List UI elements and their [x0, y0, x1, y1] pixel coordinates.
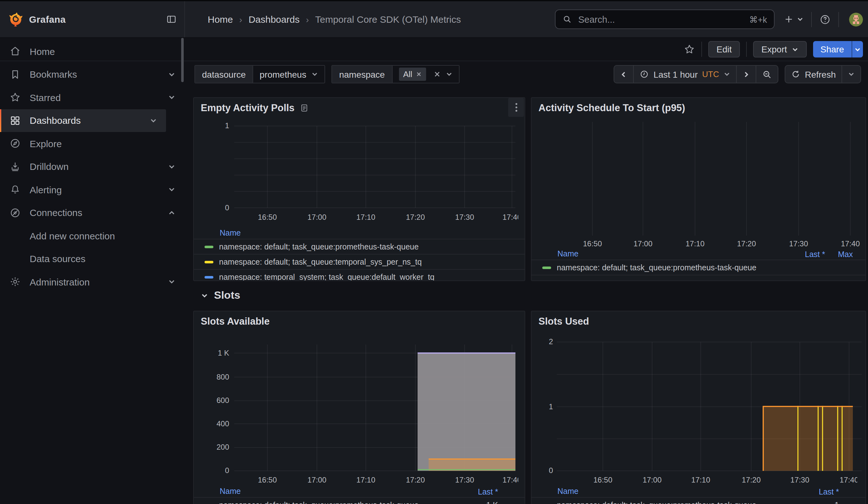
chevron-down-icon[interactable]	[168, 186, 175, 194]
legend-header-last[interactable]: Last *	[805, 250, 825, 259]
panel-menu-button[interactable]	[508, 98, 524, 117]
legend-row[interactable]: namespace: default; task_queue:temporal_…	[194, 255, 525, 270]
remove-chip-icon[interactable]	[416, 71, 422, 77]
namespace-chip-all[interactable]: All	[399, 68, 426, 81]
sidebar-item-label: Drilldown	[30, 161, 69, 172]
sidebar-item-dashboards[interactable]: Dashboards	[0, 109, 166, 132]
help-button[interactable]	[819, 13, 831, 25]
sidebar-item-label: Alerting	[30, 184, 62, 195]
x-axis-tick-label: 17:00	[631, 475, 674, 484]
sidebar-item-home[interactable]: Home	[0, 40, 184, 63]
panel-title[interactable]: Empty Activity Polls	[201, 102, 294, 114]
divider	[746, 42, 747, 57]
sidebar-item-administration[interactable]: Administration	[0, 270, 184, 294]
legend-header-max[interactable]: Max	[838, 250, 853, 259]
time-range-picker[interactable]: Last 1 hour UTC	[633, 66, 736, 83]
legend-row[interactable]: namespace: default; task_queue:prometheu…	[194, 498, 525, 504]
chevron-down-icon[interactable]	[168, 278, 175, 286]
sidebar-item-add-new-connection[interactable]: Add new connection	[0, 224, 184, 247]
refresh-label: Refresh	[805, 69, 836, 79]
series-label[interactable]: namespace: default; task_queue:prometheu…	[557, 501, 756, 504]
share-button[interactable]: Share	[813, 41, 851, 58]
chevron-down-icon[interactable]	[168, 163, 175, 171]
legend-header-name[interactable]: Name	[220, 228, 241, 237]
refresh-interval-button[interactable]	[841, 66, 860, 83]
panel-title[interactable]: Activity Schedule To Start (p95)	[538, 102, 685, 114]
bell-icon	[9, 184, 21, 195]
chevron-down-icon	[854, 46, 861, 53]
share-menu-button[interactable]	[851, 41, 863, 58]
series-label[interactable]: namespace: temporal_system; task_queue:d…	[219, 272, 434, 281]
x-axis-tick-label: 17:20	[394, 475, 437, 484]
search-box[interactable]: ⌘+k	[555, 10, 775, 29]
refresh-button[interactable]: Refresh	[785, 66, 841, 83]
legend-header-last[interactable]: Last *	[819, 487, 839, 496]
x-axis-tick-label: 17:10	[344, 213, 387, 222]
chevron-down-icon[interactable]	[168, 71, 175, 78]
search-input[interactable]	[577, 13, 744, 25]
help-icon	[819, 13, 831, 25]
add-button[interactable]	[783, 14, 804, 25]
legend-row[interactable]: namespace: default; task_queue:prometheu…	[531, 260, 866, 275]
chevron-left-icon	[620, 70, 628, 78]
search-icon	[562, 14, 572, 24]
series-label[interactable]: namespace: default; task_queue:prometheu…	[219, 501, 418, 504]
sidebar-item-connections[interactable]: Connections	[0, 201, 184, 224]
panel-title[interactable]: Slots Used	[538, 316, 589, 327]
grafana-logo-icon[interactable]	[9, 12, 23, 26]
edit-button[interactable]: Edit	[708, 41, 740, 58]
panel-description-icon[interactable]	[300, 104, 309, 112]
breadcrumb-home[interactable]: Home	[208, 14, 233, 25]
chevron-down-icon[interactable]	[168, 94, 175, 101]
legend-row[interactable]: namespace: default; task_queue:prometheu…	[194, 239, 525, 255]
topbar-divider	[838, 12, 839, 27]
time-shift-forward-button[interactable]	[736, 66, 756, 83]
star-dashboard-button[interactable]	[684, 43, 695, 55]
legend-header-name[interactable]: Name	[557, 487, 579, 495]
sidebar-item-data-sources[interactable]: Data sources	[0, 247, 184, 270]
sidebar-item-label: Bookmarks	[30, 69, 77, 80]
export-button[interactable]: Export	[753, 41, 806, 58]
x-axis-tick-label: 17:20	[730, 475, 773, 484]
breadcrumb-dashboards[interactable]: Dashboards	[248, 14, 300, 25]
x-axis-labels: 16:5017:0017:1017:2017:3017:40	[194, 475, 518, 485]
y-axis-tick-label: 800	[194, 372, 229, 381]
breadcrumb: Home › Dashboards › Temporal Core SDK (O…	[208, 14, 461, 25]
legend-row[interactable]: namespace: temporal_system; task_queue:d…	[194, 270, 525, 281]
refresh-icon	[791, 70, 800, 79]
series-label[interactable]: namespace: default; task_queue:prometheu…	[219, 242, 418, 251]
breadcrumb-current: Temporal Core SDK (OTel) Metrics	[315, 14, 461, 25]
chevron-down-icon[interactable]	[149, 117, 157, 124]
clear-selection-icon[interactable]	[434, 71, 441, 78]
sidebar-item-starred[interactable]: Starred	[0, 86, 184, 109]
sidebar-item-bookmarks[interactable]: Bookmarks	[0, 63, 184, 86]
row-section-slots[interactable]: Slots	[201, 289, 240, 302]
clock-icon	[640, 70, 649, 79]
panel-legend: Namenamespace: default; task_queue:prome…	[194, 229, 525, 281]
zoom-out-time-button[interactable]	[756, 66, 778, 83]
datasource-select[interactable]: prometheus	[254, 66, 325, 83]
user-avatar[interactable]	[849, 12, 863, 26]
y-axis-tick-label: 0	[194, 466, 229, 475]
compass-icon	[9, 138, 21, 150]
divider	[701, 42, 702, 57]
x-axis-tick-label: 17:00	[296, 475, 338, 484]
series-label[interactable]: namespace: default; task_queue:temporal_…	[219, 257, 422, 266]
sidebar-item-explore[interactable]: Explore	[0, 132, 184, 155]
legend-row[interactable]: namespace: default; task_queue:prometheu…	[531, 498, 866, 504]
chevron-up-icon[interactable]	[168, 209, 175, 217]
sidebar-item-drilldown[interactable]: Drilldown	[0, 155, 184, 178]
time-shift-back-button[interactable]	[614, 66, 633, 83]
legend-header-name[interactable]: Name	[557, 249, 579, 258]
x-axis-tick-label: 17:10	[674, 239, 716, 248]
legend-header-last[interactable]: Last *	[478, 487, 498, 496]
panel-legend: NameLast *namespace: default; task_queue…	[531, 487, 866, 504]
series-label[interactable]: namespace: default; task_queue:prometheu…	[557, 263, 756, 272]
chevron-right-icon	[742, 70, 750, 78]
sidebar-toggle-icon[interactable]	[166, 14, 177, 25]
legend-header-name[interactable]: Name	[220, 487, 241, 495]
sidebar-item-alerting[interactable]: Alerting	[0, 178, 184, 201]
sidebar-item-label: Home	[30, 46, 55, 57]
panel-title[interactable]: Slots Available	[201, 316, 270, 327]
namespace-select[interactable]: All	[392, 66, 459, 83]
